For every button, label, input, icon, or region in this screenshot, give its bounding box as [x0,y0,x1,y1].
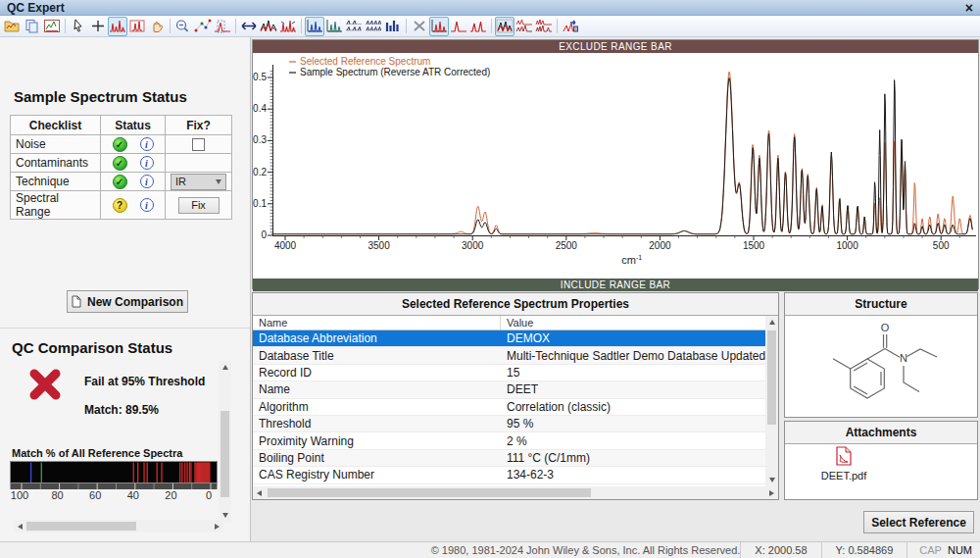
clear-overlay-icon[interactable] [410,17,429,36]
fail-threshold-text: Fail at 95% Threshold [84,375,205,388]
single-spectrum-view-icon[interactable] [429,17,449,36]
hist-tick-label: 100 [8,489,31,501]
property-row-proximity-warning[interactable]: Proximity Warning2 % [253,432,766,449]
checklist-row-noise: Noise✓i [11,135,232,154]
fix-checkbox[interactable] [192,138,205,151]
svg-text:0.5: 0.5 [253,72,267,82]
select-cursor-icon[interactable] [69,17,88,36]
checklist-table: ChecklistStatusFix? Noise✓iContaminants✓… [10,115,232,220]
scroll-down-icon[interactable] [765,474,778,486]
close-icon[interactable]: × [965,2,973,14]
scroll-right-icon[interactable] [211,520,223,533]
scroll-up-icon[interactable] [219,361,231,374]
zoom-region-icon[interactable] [108,17,127,36]
svg-text:cm-1: cm-1 [621,254,642,266]
compare-stack-icon[interactable] [514,17,534,36]
pdf-file-icon[interactable] [836,446,852,466]
scroll-up-icon[interactable] [765,316,778,329]
zoom-box-icon[interactable] [127,17,147,36]
toolbar-separator [406,19,407,33]
info-icon[interactable]: i [140,175,154,188]
scroll-thumb[interactable] [26,522,136,531]
properties-horizontal-scrollbar[interactable] [253,486,778,499]
cursor-x-readout: X: 2000.58 [740,542,820,558]
window-title: QC Expert [7,1,65,15]
checklist-row-spectral-range: Spectral Range?iFix [11,191,232,220]
normalize-icon[interactable] [278,17,298,36]
reverse-x-axis-icon[interactable] [239,17,259,36]
open-file-icon[interactable] [3,17,23,36]
multi-grid-view-icon[interactable] [364,17,383,36]
compare-grid-icon[interactable] [534,17,554,36]
reference-only-view-icon[interactable] [468,17,488,36]
toolbar-separator [557,19,558,33]
fix-button[interactable]: Fix [178,197,220,214]
exclude-range-bar[interactable]: EXCLUDE RANGE BAR [253,40,978,53]
scroll-right-icon[interactable] [765,486,778,499]
hist-axis-labels: 100806040200 [0,489,251,502]
hist-tick-label: 60 [83,489,107,501]
qc-vertical-scrollbar[interactable] [219,361,231,522]
copy-icon[interactable] [23,17,42,36]
zoom-out-icon[interactable] [173,17,193,36]
property-row-algorithm[interactable]: AlgorithmCorrelation (classic) [253,399,766,416]
property-row-record-id[interactable]: Record ID15 [253,365,766,381]
svg-text:0.2: 0.2 [253,167,267,178]
toolbar-separator [65,19,66,33]
attachments-title: Attachments [785,422,977,444]
property-row-threshold[interactable]: Threshold95 % [253,416,766,432]
include-range-bar[interactable]: INCLUDE RANGE BAR [253,279,978,291]
properties-column-headers[interactable]: NameValue [253,316,766,330]
match-histogram [10,461,218,489]
scroll-left-icon[interactable] [14,520,26,533]
info-icon[interactable]: i [140,198,154,212]
fail-x-icon [27,367,63,402]
stacked-view-icon[interactable] [305,17,324,36]
property-row-name[interactable]: NameDEET [253,381,766,398]
sample-only-view-icon[interactable] [449,17,468,36]
properties-column-name[interactable]: Name [253,316,501,330]
crosshair-icon[interactable] [88,17,108,36]
checklist-row-technique: Technique✓iIR [11,173,232,191]
scroll-thumb[interactable] [767,330,776,425]
spectrum-chart-panel: EXCLUDE RANGE BAR 4000350030002500200015… [252,39,979,289]
section-divider [0,328,250,329]
transfer-icon[interactable] [561,17,580,36]
attachment-file-label[interactable]: DEET.pdf [814,470,873,482]
oxygen-label: O [881,322,890,333]
histogram-view-icon[interactable] [383,17,403,36]
svg-text:3500: 3500 [368,240,390,251]
spectrum-chart[interactable]: 4000350030002500200015001000500cm-100.10… [253,53,978,276]
compare-view-icon[interactable] [495,17,514,36]
hist-tick-label: 80 [46,489,70,501]
scroll-thumb[interactable] [268,488,591,497]
property-row-database-title[interactable]: Database TitleMulti-Technique Sadtler De… [253,347,766,364]
info-icon[interactable]: i [140,156,154,170]
technique-select[interactable]: IR [171,174,226,190]
properties-vertical-scrollbar[interactable] [765,316,778,486]
svg-text:1500: 1500 [743,240,765,251]
new-comparison-button[interactable]: New Comparison [67,290,188,313]
property-row-database-abbreviation[interactable]: Database AbbreviationDEMOX [253,330,766,347]
peak-pick-icon[interactable] [213,17,232,36]
split-view-icon[interactable] [324,17,344,36]
info-icon[interactable]: i [140,137,154,151]
scroll-left-icon[interactable] [253,486,266,499]
property-row-boiling-point[interactable]: Boiling Point111 °C (C/1mm) [253,450,766,467]
svg-text:Selected Reference Spectrum: Selected Reference Spectrum [300,56,430,67]
svg-text:0.4: 0.4 [253,103,267,114]
property-row-cas-registry-number[interactable]: CAS Registry Number134-62-3 [253,467,766,483]
scroll-thumb[interactable] [220,411,229,497]
export-image-icon[interactable] [42,17,62,36]
overlay-spectra-icon[interactable] [259,17,278,36]
left-panel: Sample Spectrum Status ChecklistStatusFi… [0,37,251,541]
properties-column-value[interactable]: Value [501,316,766,330]
grid-view-icon[interactable] [344,17,364,36]
qc-horizontal-scrollbar[interactable] [14,520,223,533]
toolbar-separator [170,19,171,33]
pan-hand-icon[interactable] [147,17,167,36]
qc-comparison-status-heading: QC Comparison Status [12,339,172,356]
data-points-icon[interactable] [193,17,213,36]
status-pass-icon: ✓ [113,175,127,189]
select-reference-button[interactable]: Select Reference [863,511,974,533]
